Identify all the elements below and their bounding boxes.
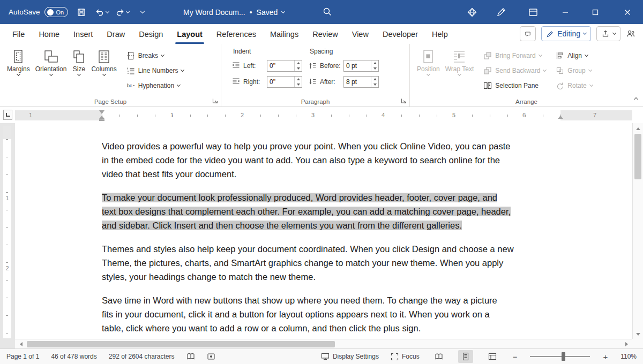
scroll-left-button[interactable] [16, 339, 26, 348]
macro-recording-button[interactable] [207, 352, 215, 361]
margins-button[interactable]: Margins [4, 46, 33, 77]
zoom-out-button[interactable]: − [512, 352, 519, 361]
tab-draw[interactable]: Draw [100, 24, 132, 44]
read-mode-view-button[interactable] [431, 350, 446, 363]
close-button[interactable] [615, 0, 640, 24]
search-button[interactable] [320, 4, 334, 20]
comments-button[interactable] [520, 26, 536, 41]
hanging-indent-marker[interactable] [99, 116, 104, 119]
group-button[interactable]: Group [553, 63, 595, 78]
arrange-group-label: Arrange [410, 98, 643, 105]
proofing-status-button[interactable] [186, 352, 195, 361]
spacing-after-input[interactable] [344, 77, 371, 87]
spacing-after-increment[interactable] [371, 77, 378, 82]
autosave-toggle[interactable]: On [44, 7, 68, 17]
horizontal-scrollbar[interactable] [15, 339, 632, 348]
tab-help[interactable]: Help [425, 24, 455, 44]
arrange-small-buttons-2: Align Group Rotate [553, 46, 595, 93]
rotate-button[interactable]: Rotate [553, 78, 595, 93]
document-save-status[interactable]: Saved [257, 8, 278, 17]
vertical-scrollbar[interactable] [632, 123, 643, 348]
tab-review[interactable]: Review [305, 24, 345, 44]
columns-button[interactable]: Columns [88, 46, 119, 77]
undo-button[interactable] [95, 4, 109, 20]
people-presence-button[interactable] [626, 29, 635, 39]
indent-left-input[interactable] [267, 60, 294, 71]
maximize-button[interactable] [583, 0, 608, 24]
scroll-down-button[interactable] [633, 330, 643, 339]
document-title[interactable]: My Word Docum... [183, 8, 245, 17]
draw-ink-button[interactable] [489, 0, 513, 24]
size-button[interactable]: Size [69, 46, 88, 77]
scroll-right-button[interactable] [622, 339, 631, 348]
spacing-after-decrement[interactable] [371, 82, 378, 87]
spin-down-icon [373, 84, 377, 86]
collapse-ribbon-button[interactable] [634, 94, 638, 103]
maximize-icon [592, 9, 599, 16]
breaks-button[interactable]: Breaks [124, 48, 187, 63]
minimize-button[interactable] [553, 0, 578, 24]
indent-left-decrement[interactable] [295, 66, 302, 71]
wrap-text-button[interactable]: Wrap Text [443, 46, 477, 77]
zoom-in-button[interactable]: + [602, 352, 609, 361]
align-button[interactable]: Align [553, 48, 595, 63]
position-button[interactable]: Position [414, 46, 443, 77]
character-count[interactable]: 292 of 2604 characters [109, 353, 175, 360]
tab-view[interactable]: View [345, 24, 376, 44]
hyphenation-button[interactable]: bc Hyphenation [124, 78, 187, 93]
ruler-number: 5 [452, 112, 455, 118]
zoom-level[interactable]: 110% [620, 353, 637, 360]
word-count[interactable]: 46 of 478 words [51, 353, 96, 360]
tab-layout[interactable]: Layout [170, 24, 210, 44]
indent-left-increment[interactable] [295, 60, 302, 66]
focus-mode-button[interactable]: Focus [391, 353, 420, 361]
bring-forward-button[interactable]: Bring Forward [481, 48, 549, 63]
print-layout-view-button[interactable] [458, 350, 473, 363]
web-layout-view-button[interactable] [485, 350, 500, 363]
paragraph-dialog-launcher[interactable] [400, 97, 407, 104]
editing-mode-dropdown[interactable]: Editing [541, 26, 591, 41]
document-page[interactable]: Video provides a powerful way to help yo… [15, 123, 632, 339]
spacing-before-input[interactable] [344, 60, 371, 71]
zoom-slider[interactable] [530, 350, 590, 363]
tab-design[interactable]: Design [132, 24, 170, 44]
line-numbers-button[interactable]: Line Numbers [124, 63, 187, 78]
ribbon-display-options-icon [528, 7, 539, 18]
zoom-slider-thumb[interactable] [562, 352, 565, 361]
display-settings-button[interactable]: Display Settings [321, 352, 379, 361]
tab-stop-selector[interactable] [3, 110, 12, 120]
left-indent-marker[interactable] [99, 119, 104, 121]
undo-dropdown-chevron-icon[interactable] [106, 9, 109, 13]
scroll-up-button[interactable] [633, 124, 643, 133]
indent-right-input[interactable] [267, 77, 294, 87]
designer-button[interactable] [460, 0, 484, 24]
share-button[interactable] [596, 26, 620, 41]
page-setup-dialog-launcher[interactable] [211, 97, 219, 104]
indent-right-decrement[interactable] [295, 82, 302, 87]
save-button[interactable] [74, 4, 88, 20]
tab-references[interactable]: References [210, 24, 263, 44]
horizontal-scrollbar-thumb[interactable] [27, 341, 335, 347]
tab-home[interactable]: Home [32, 24, 66, 44]
save-status-chevron-icon[interactable] [281, 9, 285, 13]
spacing-before-increment[interactable] [371, 60, 378, 66]
redo-button[interactable] [115, 4, 129, 20]
ruler-number: 7 [593, 112, 596, 118]
page-indicator[interactable]: Page 1 of 1 [6, 353, 39, 360]
tab-mailings[interactable]: Mailings [263, 24, 305, 44]
ruler-number: 1 [29, 112, 32, 118]
right-indent-marker[interactable] [558, 116, 563, 119]
redo-dropdown-chevron-icon[interactable] [126, 9, 130, 13]
first-line-indent-marker[interactable] [99, 110, 104, 114]
vertical-scrollbar-thumb[interactable] [634, 134, 641, 179]
spacing-before-decrement[interactable] [371, 66, 378, 71]
selection-pane-button[interactable]: Selection Pane [481, 78, 549, 93]
orientation-button[interactable]: Orientation [33, 46, 70, 77]
ribbon-display-options-button[interactable] [521, 0, 545, 24]
tab-developer[interactable]: Developer [376, 24, 425, 44]
tab-insert[interactable]: Insert [66, 24, 100, 44]
indent-right-increment[interactable] [295, 77, 302, 82]
tab-file[interactable]: File [5, 24, 32, 44]
send-backward-button[interactable]: Send Backward [481, 63, 549, 78]
customize-quick-access-button[interactable] [136, 4, 149, 20]
